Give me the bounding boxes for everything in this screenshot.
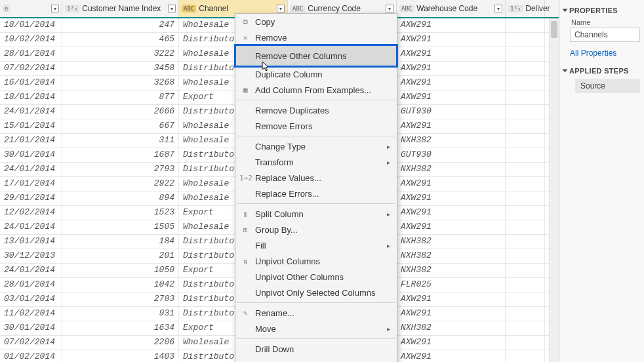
menu-copy[interactable]: ⧉ Copy <box>235 14 397 30</box>
cell-date[interactable]: 30/12/2013 <box>0 249 62 263</box>
cell-deliver[interactable] <box>506 321 545 335</box>
filter-dropdown-icon[interactable]: ▾ <box>494 5 502 12</box>
menu-group-by[interactable]: ⊞ Group By... <box>235 222 397 237</box>
cell-deliver[interactable] <box>506 336 545 350</box>
cell-customer-index[interactable]: 311 <box>62 134 179 148</box>
cell-customer-index[interactable]: 184 <box>62 235 179 249</box>
cell-customer-index[interactable]: 1050 <box>62 264 179 277</box>
menu-change-type[interactable]: Change Type ▸ <box>235 138 397 154</box>
cell-deliver[interactable] <box>506 134 545 148</box>
menu-replace-values[interactable]: 1→2 Replace Values... <box>235 170 397 186</box>
column-header-customer-index[interactable]: 1²₃ Customer Name Index ▾ <box>62 0 179 17</box>
cell-date[interactable]: 07/02/2014 <box>0 62 62 75</box>
cell-date[interactable]: 24/01/2014 <box>0 220 62 234</box>
cell-date[interactable]: 17/01/2014 <box>0 177 62 191</box>
applied-steps-section-header[interactable]: APPLIED STEPS <box>563 67 640 75</box>
cell-date[interactable]: 11/02/2014 <box>0 307 62 321</box>
cell-warehouse[interactable]: NXH382 <box>397 249 506 263</box>
menu-remove[interactable]: ✕ Remove <box>235 30 397 45</box>
cell-deliver[interactable] <box>506 264 545 277</box>
cell-customer-index[interactable]: 894 <box>62 191 179 205</box>
cell-date[interactable]: 24/01/2014 <box>0 163 62 176</box>
cell-deliver[interactable] <box>506 105 545 119</box>
cell-customer-index[interactable]: 1505 <box>62 220 179 234</box>
cell-customer-index[interactable]: 2783 <box>62 292 179 306</box>
menu-remove-duplicates[interactable]: Remove Duplicates <box>235 102 397 118</box>
cell-warehouse[interactable]: AXW291 <box>397 18 506 32</box>
cell-warehouse[interactable]: AXW291 <box>397 191 506 205</box>
vertical-scrollbar[interactable] <box>549 18 559 362</box>
cell-customer-index[interactable]: 1634 <box>62 321 179 335</box>
cell-date[interactable]: 10/02/2014 <box>0 33 62 47</box>
cell-warehouse[interactable]: AXW291 <box>397 33 506 47</box>
cell-date[interactable]: 07/02/2014 <box>0 336 62 350</box>
cell-warehouse[interactable]: GUT930 <box>397 148 506 162</box>
cell-customer-index[interactable]: 465 <box>62 33 179 47</box>
cell-deliver[interactable] <box>506 191 545 205</box>
cell-deliver[interactable] <box>506 249 545 263</box>
cell-warehouse[interactable]: NXH382 <box>397 264 506 277</box>
cell-warehouse[interactable]: AXW291 <box>397 336 506 350</box>
cell-deliver[interactable] <box>506 62 545 75</box>
menu-rename[interactable]: ✎ Rename... <box>235 305 397 321</box>
menu-replace-errors[interactable]: Replace Errors... <box>235 186 397 201</box>
cell-warehouse[interactable]: AXW291 <box>397 307 506 321</box>
cell-date[interactable]: 21/01/2014 <box>0 134 62 148</box>
menu-move[interactable]: Move ▸ <box>235 321 397 336</box>
cell-warehouse[interactable]: AXW291 <box>397 76 506 90</box>
cell-customer-index[interactable]: 2666 <box>62 105 179 119</box>
menu-add-column-from-examples[interactable]: ▦ Add Column From Examples... <box>235 82 397 98</box>
cell-deliver[interactable] <box>506 220 545 234</box>
filter-dropdown-icon[interactable]: ▾ <box>51 5 59 12</box>
cell-deliver[interactable] <box>506 163 545 176</box>
cell-warehouse[interactable]: AXW291 <box>397 292 506 306</box>
cell-deliver[interactable] <box>506 33 545 47</box>
menu-unpivot-columns[interactable]: ⇅ Unpivot Columns <box>235 253 397 269</box>
filter-dropdown-icon[interactable]: ▾ <box>386 5 393 12</box>
menu-duplicate-column[interactable]: Duplicate Column <box>235 66 397 82</box>
cell-warehouse[interactable]: AXW291 <box>397 47 506 61</box>
cell-date[interactable]: 15/01/2014 <box>0 119 62 133</box>
cell-deliver[interactable] <box>506 47 545 61</box>
cell-customer-index[interactable]: 1042 <box>62 278 179 292</box>
all-properties-link[interactable]: All Properties <box>570 49 640 58</box>
menu-split-column[interactable]: ⫼ Split Column ▸ <box>235 206 397 222</box>
column-header-date[interactable]: e ▾ <box>0 0 62 17</box>
cell-date[interactable]: 12/02/2014 <box>0 206 62 220</box>
cell-customer-index[interactable]: 2206 <box>62 336 179 350</box>
cell-customer-index[interactable]: 3222 <box>62 47 179 61</box>
menu-remove-errors[interactable]: Remove Errors <box>235 118 397 134</box>
cell-date[interactable]: 18/01/2014 <box>0 18 62 32</box>
cell-date[interactable]: 30/01/2014 <box>0 148 62 162</box>
cell-warehouse[interactable]: AXW291 <box>397 119 506 133</box>
cell-deliver[interactable] <box>506 206 545 220</box>
cell-warehouse[interactable]: AXW291 <box>397 90 506 104</box>
cell-customer-index[interactable]: 877 <box>62 90 179 104</box>
cell-date[interactable]: 24/01/2014 <box>0 264 62 277</box>
cell-deliver[interactable] <box>506 76 545 90</box>
cell-warehouse[interactable]: AXW291 <box>397 220 506 234</box>
cell-deliver[interactable] <box>506 350 545 362</box>
cell-customer-index[interactable]: 201 <box>62 249 179 263</box>
cell-warehouse[interactable]: AXW291 <box>397 177 506 191</box>
cell-date[interactable]: 03/01/2014 <box>0 292 62 306</box>
cell-date[interactable]: 18/01/2014 <box>0 90 62 104</box>
cell-date[interactable]: 13/01/2014 <box>0 235 62 249</box>
cell-deliver[interactable] <box>506 307 545 321</box>
cell-deliver[interactable] <box>506 278 545 292</box>
cell-deliver[interactable] <box>506 292 545 306</box>
cell-customer-index[interactable]: 3458 <box>62 62 179 75</box>
cell-date[interactable]: 16/01/2014 <box>0 76 62 90</box>
cell-deliver[interactable] <box>506 18 545 32</box>
filter-dropdown-icon[interactable]: ▾ <box>168 5 176 12</box>
cell-date[interactable]: 28/01/2014 <box>0 47 62 61</box>
cell-date[interactable]: 24/01/2014 <box>0 105 62 119</box>
cell-deliver[interactable] <box>506 235 545 249</box>
cell-warehouse[interactable]: NXH382 <box>397 134 506 148</box>
cell-date[interactable]: 30/01/2014 <box>0 321 62 335</box>
menu-add-as-new-query[interactable]: Add as New Query <box>235 357 397 362</box>
cell-customer-index[interactable]: 931 <box>62 307 179 321</box>
cell-customer-index[interactable]: 2922 <box>62 177 179 191</box>
menu-fill[interactable]: Fill ▸ <box>235 237 397 253</box>
cell-customer-index[interactable]: 1523 <box>62 206 179 220</box>
